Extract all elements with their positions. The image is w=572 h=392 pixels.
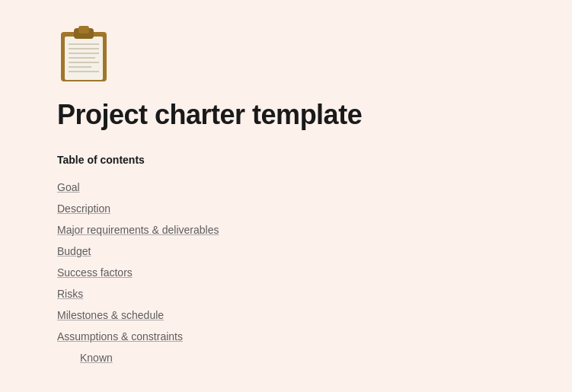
toc-link[interactable]: Risks	[57, 288, 83, 300]
toc-item: Major requirements & deliverables	[57, 219, 515, 241]
toc-item: Description	[57, 198, 515, 219]
toc-link[interactable]: Goal	[57, 181, 80, 193]
toc-item: Budget	[57, 241, 515, 262]
svg-rect-3	[78, 26, 89, 33]
toc-item: Risks	[57, 283, 515, 304]
toc-item: Success factors	[57, 262, 515, 283]
toc-link[interactable]: Major requirements & deliverables	[57, 224, 219, 236]
page-container: Project charter template Table of conten…	[0, 0, 572, 392]
toc-item: Goal	[57, 177, 515, 198]
toc-item: Assumptions & constraints	[57, 326, 515, 347]
toc-item: Milestones & schedule	[57, 304, 515, 326]
table-of-contents: Table of contents GoalDescriptionMajor r…	[57, 154, 515, 368]
page-title: Project charter template	[57, 99, 515, 131]
toc-heading: Table of contents	[57, 154, 515, 166]
clipboard-icon	[57, 23, 110, 84]
toc-link[interactable]: Budget	[57, 245, 91, 257]
toc-list: GoalDescriptionMajor requirements & deli…	[57, 177, 515, 368]
toc-item: Known	[57, 347, 515, 368]
toc-link[interactable]: Assumptions & constraints	[57, 330, 183, 343]
toc-link[interactable]: Milestones & schedule	[57, 309, 164, 321]
toc-link[interactable]: Success factors	[57, 266, 133, 279]
toc-link[interactable]: Description	[57, 202, 110, 215]
toc-link[interactable]: Known	[80, 352, 113, 364]
